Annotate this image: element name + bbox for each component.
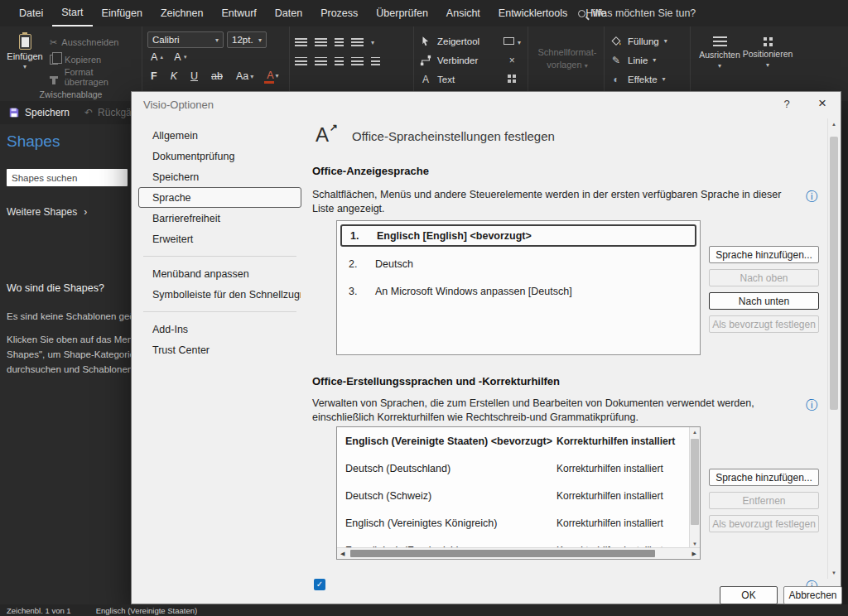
align-right-icon[interactable] xyxy=(335,38,344,47)
nav-item-barrierefreiheit[interactable]: Barrierefreiheit xyxy=(138,208,301,229)
align-button[interactable]: Ausrichten ▾ xyxy=(696,31,744,88)
effects-label: Effekte xyxy=(628,75,658,84)
authoring-row-de-de[interactable]: Deutsch (Deutschland) Korrekturhilfen in… xyxy=(337,455,689,482)
tab-datei[interactable]: Datei xyxy=(10,0,52,26)
nav-item-addins[interactable]: Add-Ins xyxy=(138,319,301,339)
language-option-checkbox[interactable]: ✓ xyxy=(314,579,325,590)
move-up-button[interactable]: Nach oben xyxy=(709,269,819,286)
indent-increase-icon[interactable] xyxy=(371,57,380,66)
nav-item-speichern[interactable]: Speichern xyxy=(138,166,301,187)
dialog-scrollbar[interactable]: ▲ ▼ xyxy=(827,118,840,579)
line-button[interactable]: ✎ Linie ▾ xyxy=(610,51,685,70)
page-indicator[interactable]: Zeichenbl. 1 von 1 xyxy=(7,606,71,615)
language-indicator[interactable]: Englisch (Vereinigte Staaten) xyxy=(96,606,198,615)
strikethrough-button[interactable]: ab xyxy=(208,70,226,83)
authoring-row-en-us[interactable]: Englisch (Vereinigte Staaten) <bevorzugt… xyxy=(337,427,689,455)
font-size-combobox[interactable]: 12pt. ▾ xyxy=(227,31,267,48)
align-bottom-icon[interactable] xyxy=(335,57,344,66)
align-icon xyxy=(713,36,727,47)
tab-entwicklertools[interactable]: Entwicklertools xyxy=(489,0,576,26)
nav-item-allgemein[interactable]: Allgemein xyxy=(138,125,301,146)
move-down-button[interactable]: Nach unten xyxy=(709,292,819,310)
nav-item-dokumentpruefung[interactable]: Dokumentprüfung xyxy=(138,146,301,166)
bullet-list-icon[interactable] xyxy=(351,38,364,47)
align-center-icon[interactable] xyxy=(315,38,327,47)
tab-entwurf[interactable]: Entwurf xyxy=(212,0,265,26)
nav-item-erweitert[interactable]: Erweitert xyxy=(138,229,301,249)
shrink-font-button[interactable]: A▼ xyxy=(171,51,190,64)
tab-prozess[interactable]: Prozess xyxy=(311,0,367,26)
indent-decrease-icon[interactable] xyxy=(351,57,364,66)
fill-button[interactable]: Füllung ▾ xyxy=(610,31,685,51)
rectangle-tool-button[interactable]: ▾ xyxy=(504,33,521,48)
chevron-down-icon: ▾ xyxy=(662,75,666,83)
add-display-language-button[interactable]: Sprache hinzufügen... xyxy=(709,246,819,263)
underline-button[interactable]: U xyxy=(187,70,201,83)
remove-language-button[interactable]: Entfernen xyxy=(709,492,819,509)
delete-tool-button[interactable]: × xyxy=(509,55,515,66)
text-tool-label: Text xyxy=(437,75,455,84)
paste-button[interactable]: Einfügen ▾ xyxy=(5,31,45,88)
tab-daten[interactable]: Daten xyxy=(266,0,311,26)
list-item-deutsch[interactable]: 2. Deutsch xyxy=(337,250,700,277)
save-button[interactable]: Speichern xyxy=(8,107,70,118)
add-authoring-language-button[interactable]: Sprache hinzufügen... xyxy=(709,469,819,486)
scroll-up-icon[interactable]: ▲ xyxy=(690,430,700,435)
nav-item-menueband[interactable]: Menüband anpassen xyxy=(138,263,301,284)
align-middle-icon[interactable] xyxy=(315,57,327,66)
shapes-search-input[interactable]: Shapes suchen xyxy=(7,169,128,186)
info-icon[interactable]: ⓘ xyxy=(806,190,817,205)
search-icon xyxy=(578,10,585,17)
grow-font-button[interactable]: A▲ xyxy=(147,51,167,64)
nav-item-sprache[interactable]: Sprache xyxy=(138,187,301,208)
search-placeholder: Was möchten Sie tun? xyxy=(592,7,696,19)
nav-item-trustcenter[interactable]: Trust Center xyxy=(138,339,301,360)
scroll-right-icon[interactable]: ▶ xyxy=(692,551,696,557)
set-preferred-display-button[interactable]: Als bevorzugt festlegen xyxy=(709,315,819,333)
font-color-button[interactable]: A▾ xyxy=(263,69,282,84)
clipboard-group-label: Zwischenablage xyxy=(0,89,142,99)
tell-me-search[interactable]: Was möchten Sie tun? xyxy=(578,0,696,26)
bold-button[interactable]: F xyxy=(147,70,161,83)
scrollbar-thumb[interactable] xyxy=(830,137,838,410)
authoring-row-de-ch[interactable]: Deutsch (Schweiz) Korrekturhilfen instal… xyxy=(337,482,689,509)
set-preferred-authoring-button[interactable]: Als bevorzugt festlegen xyxy=(709,515,819,532)
scrollbar-thumb[interactable] xyxy=(350,550,655,557)
italic-button[interactable]: K xyxy=(167,70,181,83)
font-name-combobox[interactable]: Calibri ▾ xyxy=(147,31,224,48)
effects-button[interactable]: ◐ Effekte ▾ xyxy=(610,70,685,89)
nav-item-symbolleiste[interactable]: Symbolleiste für den Schnellzugriff xyxy=(138,284,301,305)
format-painter-button[interactable]: Format übertragen xyxy=(50,70,137,84)
tab-ansicht[interactable]: Ansicht xyxy=(437,0,489,26)
tab-ueberpruefen[interactable]: Überprüfen xyxy=(367,0,437,26)
align-top-icon[interactable] xyxy=(295,57,307,66)
close-icon[interactable]: × xyxy=(814,95,831,112)
info-icon[interactable]: ⓘ xyxy=(806,398,817,413)
list-vertical-scrollbar[interactable]: ▲ ▼ xyxy=(689,427,700,549)
scroll-down-icon[interactable]: ▼ xyxy=(690,541,700,546)
scroll-down-icon[interactable]: ▼ xyxy=(828,570,840,575)
align-left-icon[interactable] xyxy=(295,38,307,47)
change-case-button[interactable]: Aa▾ xyxy=(233,70,257,83)
scroll-left-icon[interactable]: ◀ xyxy=(340,551,344,557)
ok-button[interactable]: OK xyxy=(720,586,778,604)
list-horizontal-scrollbar[interactable]: ◀ ▶ xyxy=(337,547,700,559)
connection-point-icon[interactable] xyxy=(508,75,511,78)
help-icon[interactable]: ? xyxy=(779,98,794,110)
chevron-down-icon: ▾ xyxy=(215,36,219,44)
tab-start[interactable]: Start xyxy=(52,0,92,26)
position-button[interactable]: Positionieren ▾ xyxy=(744,31,792,88)
cancel-button[interactable]: Abbrechen xyxy=(783,586,842,604)
tab-einfuegen[interactable]: Einfügen xyxy=(93,0,152,26)
authoring-row-en-gb[interactable]: Englisch (Vereinigtes Königreich) Korrek… xyxy=(337,509,689,537)
grow-font-label: A xyxy=(151,51,157,63)
list-item-windows[interactable]: 3. An Microsoft Windows anpassen [Deutsc… xyxy=(337,277,700,305)
more-shapes-link[interactable]: Weitere Shapes › xyxy=(7,206,124,218)
scrollbar-thumb[interactable] xyxy=(691,439,699,525)
list-item-english-preferred[interactable]: 1. Englisch [English] <bevorzugt> xyxy=(340,224,696,247)
quick-styles-button[interactable]: Schnellformat- vorlagen ▾ xyxy=(533,31,601,72)
copy-button[interactable]: Kopieren xyxy=(50,52,137,67)
tab-zeichnen[interactable]: Zeichnen xyxy=(152,0,212,26)
scroll-up-icon[interactable]: ▲ xyxy=(828,122,840,127)
cut-button[interactable]: ✂ Ausschneiden xyxy=(50,35,137,50)
